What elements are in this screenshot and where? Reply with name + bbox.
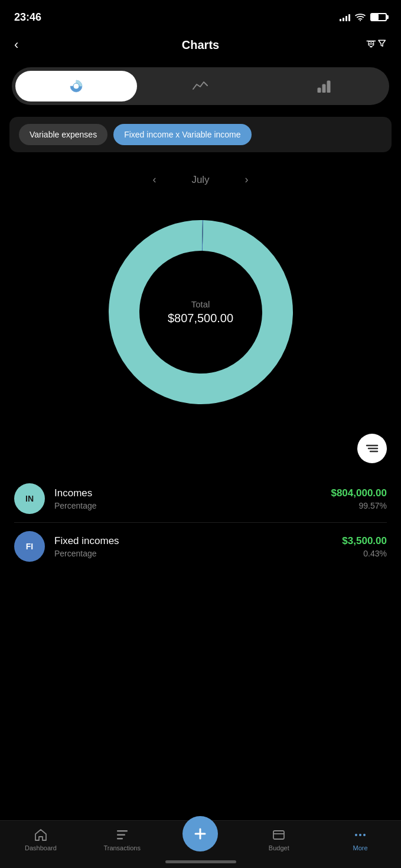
- donut-chart: Total $807,500.00: [100, 212, 301, 412]
- svg-rect-10: [117, 834, 125, 836]
- wifi-icon: [355, 13, 366, 21]
- add-button[interactable]: [182, 816, 218, 851]
- month-navigation: ‹ July ›: [0, 164, 401, 195]
- donut-chart-container: Total $807,500.00: [0, 200, 401, 424]
- tab-line-chart[interactable]: [139, 71, 261, 101]
- donut-total-value: $807,500.00: [168, 312, 233, 325]
- line-chart-icon: [192, 80, 208, 93]
- legend-list: IN Incomes Percentage $804,000.00 99.57%…: [0, 475, 401, 570]
- incomes-sub: Percentage: [54, 501, 331, 510]
- category-filter-tabs: Variable expenses Fixed income x Variabl…: [9, 117, 392, 152]
- svg-point-16: [355, 834, 357, 836]
- nav-item-budget[interactable]: Budget: [258, 828, 299, 851]
- fixed-incomes-sub: Percentage: [54, 549, 342, 558]
- tab-pie-chart[interactable]: [15, 71, 137, 101]
- budget-label: Budget: [269, 844, 289, 851]
- nav-item-transactions[interactable]: Transactions: [102, 828, 143, 851]
- fixed-incomes-amount: $3,500.00: [342, 535, 387, 547]
- donut-center-info: Total $807,500.00: [168, 299, 233, 325]
- more-icon: [353, 828, 367, 842]
- tab-bar-chart[interactable]: [264, 71, 386, 101]
- next-month-button[interactable]: ›: [245, 173, 249, 186]
- donut-total-label: Total: [168, 299, 233, 309]
- incomes-text: Incomes Percentage: [54, 487, 331, 510]
- signal-icon: [340, 13, 350, 21]
- transactions-label: Transactions: [103, 844, 141, 851]
- svg-rect-9: [117, 830, 128, 832]
- status-bar: 23:46: [0, 0, 401, 31]
- svg-rect-4: [322, 84, 325, 93]
- pie-chart-icon: [68, 78, 84, 94]
- svg-point-0: [360, 20, 361, 21]
- tab-fixed-variable-income[interactable]: Fixed income x Variable income: [113, 124, 251, 145]
- back-button[interactable]: ‹: [14, 37, 35, 53]
- fixed-incomes-text: Fixed incomes Percentage: [54, 535, 342, 558]
- svg-point-17: [359, 834, 361, 836]
- tab-variable-expenses[interactable]: Variable expenses: [19, 124, 107, 145]
- nav-item-dashboard[interactable]: Dashboard: [20, 828, 61, 851]
- status-time: 23:46: [14, 11, 41, 24]
- chart-type-tabs: [12, 67, 389, 105]
- sort-lines-icon: [366, 443, 379, 454]
- page-title: Charts: [182, 38, 219, 52]
- transactions-icon: [115, 828, 129, 842]
- filter-icon-container[interactable]: [366, 37, 387, 53]
- fixed-incomes-percentage: 0.43%: [342, 549, 387, 558]
- home-indicator: [165, 860, 236, 863]
- incomes-amount: $804,000.00: [331, 487, 387, 499]
- incomes-values: $804,000.00 99.57%: [331, 487, 387, 510]
- svg-rect-5: [327, 81, 330, 93]
- header: ‹ Charts: [0, 31, 401, 63]
- fixed-incomes-avatar: FI: [14, 531, 45, 562]
- status-icons: [340, 13, 387, 21]
- incomes-avatar: IN: [14, 483, 45, 514]
- incomes-name: Incomes: [54, 487, 331, 499]
- nav-item-more[interactable]: More: [340, 828, 381, 851]
- svg-rect-14: [273, 831, 284, 839]
- bar-chart-icon: [317, 80, 333, 93]
- budget-icon: [272, 828, 286, 842]
- legend-item-fixed-incomes: FI Fixed incomes Percentage $3,500.00 0.…: [14, 523, 387, 570]
- incomes-percentage: 99.57%: [331, 501, 387, 510]
- sort-button[interactable]: [357, 434, 387, 463]
- plus-icon: [192, 826, 208, 842]
- current-month-label: July: [191, 174, 209, 186]
- sort-button-container: [0, 434, 401, 475]
- prev-month-button[interactable]: ‹: [152, 173, 156, 186]
- svg-point-2: [73, 83, 79, 89]
- fixed-incomes-name: Fixed incomes: [54, 535, 342, 547]
- svg-rect-3: [318, 88, 321, 93]
- filter-icon: [366, 37, 377, 53]
- dashboard-label: Dashboard: [25, 844, 57, 851]
- svg-rect-11: [117, 838, 123, 840]
- more-label: More: [353, 844, 368, 851]
- svg-point-18: [363, 834, 366, 836]
- funnel-icon: [377, 37, 387, 51]
- legend-item-incomes: IN Incomes Percentage $804,000.00 99.57%: [14, 475, 387, 523]
- fixed-incomes-values: $3,500.00 0.43%: [342, 535, 387, 558]
- battery-icon: [370, 13, 387, 21]
- home-icon: [34, 828, 48, 842]
